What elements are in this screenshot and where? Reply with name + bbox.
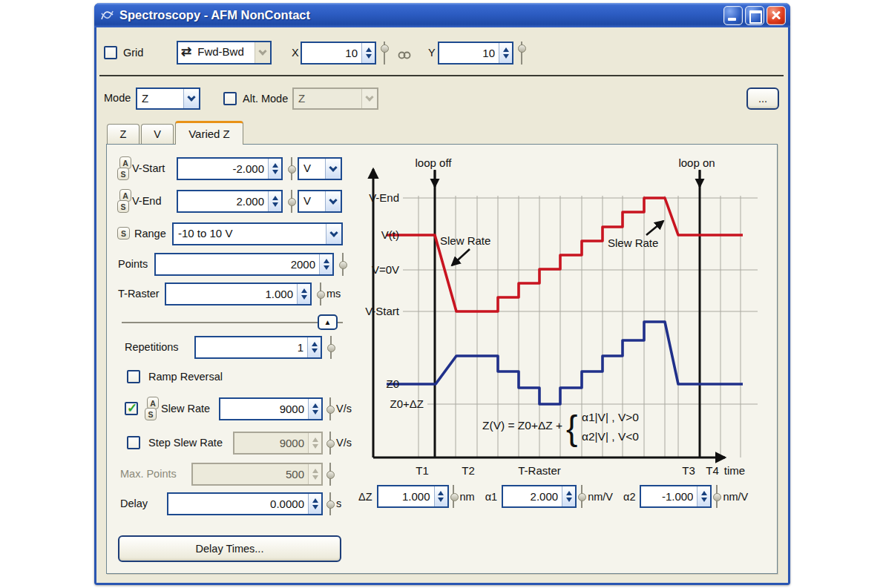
equation-brace: { xyxy=(566,409,577,447)
t-raster-input[interactable] xyxy=(166,284,297,304)
slew-rate-slider-handle[interactable] xyxy=(325,397,335,420)
title-bar[interactable]: Spectroscopy - AFM NonContact xyxy=(94,3,790,27)
v-start-unit-dropdown[interactable]: V xyxy=(298,157,342,180)
spin-arrows-icon[interactable] xyxy=(308,399,321,419)
mode-label: Mode xyxy=(104,92,131,104)
dz-slider-handle[interactable] xyxy=(449,485,459,508)
spin-arrows-icon[interactable] xyxy=(562,486,575,506)
spin-arrows-icon[interactable] xyxy=(308,494,321,514)
slew-rate-auto-set: A S xyxy=(145,397,159,422)
a1-input[interactable] xyxy=(503,486,562,506)
t3-tick-label: T3 xyxy=(682,464,695,477)
spin-arrows-icon[interactable] xyxy=(268,159,281,179)
set-button[interactable]: S xyxy=(117,168,129,180)
points-label: Points xyxy=(118,258,148,270)
ramp-reversal-label: Ramp Reversal xyxy=(148,371,223,383)
tab-v[interactable]: V xyxy=(141,124,174,144)
a1-slider-handle[interactable] xyxy=(577,485,586,508)
a2-slider-handle[interactable] xyxy=(712,485,721,508)
tab-z[interactable]: Z xyxy=(107,124,139,144)
v-end-unit-dropdown[interactable]: V xyxy=(298,190,342,213)
spin-arrows-icon[interactable] xyxy=(434,486,447,506)
a2-input[interactable] xyxy=(641,486,697,506)
spin-arrows-icon xyxy=(308,464,321,484)
more-options-button[interactable]: ... xyxy=(746,87,779,110)
t-raster-spinbox[interactable] xyxy=(165,283,312,305)
set-button[interactable]: S xyxy=(145,408,157,420)
spin-arrows-icon[interactable] xyxy=(307,337,321,357)
dz-input[interactable] xyxy=(378,486,434,506)
y-slider-handle[interactable] xyxy=(516,42,526,65)
points-spinbox[interactable] xyxy=(154,253,334,276)
set-button[interactable]: S xyxy=(117,200,129,213)
chevron-down-icon[interactable] xyxy=(326,224,341,244)
spin-arrows-icon[interactable] xyxy=(499,43,512,63)
v-end-slider-handle[interactable] xyxy=(286,190,296,213)
a2-spinbox[interactable] xyxy=(640,485,712,508)
direction-dropdown[interactable]: ⇄ Fwd-Bwd xyxy=(177,41,272,65)
x-label: X xyxy=(292,47,299,59)
step-slew-rate-label: Step Slew Rate xyxy=(148,437,223,449)
range-dropdown[interactable]: -10 to 10 V xyxy=(172,222,343,245)
v-end-input[interactable] xyxy=(178,191,268,211)
v-end-auto-set: A S xyxy=(117,189,131,214)
delay-times-button[interactable]: Delay Times... xyxy=(118,535,341,562)
slew-rate-checkbox[interactable]: ✓ xyxy=(125,402,138,415)
spin-arrows-icon[interactable] xyxy=(361,43,375,63)
step-slew-rate-checkbox[interactable] xyxy=(127,436,140,449)
y-spinbox[interactable] xyxy=(438,42,513,65)
maximize-icon[interactable] xyxy=(745,6,764,25)
mode-dropdown[interactable]: Z xyxy=(136,87,200,110)
v-start-spinbox[interactable] xyxy=(177,157,283,180)
spin-arrows-icon[interactable] xyxy=(268,191,281,211)
slew-rate-right-arrow-icon xyxy=(646,221,663,235)
x-spinbox[interactable] xyxy=(301,42,376,65)
x-slider-handle[interactable] xyxy=(379,42,389,65)
a1-spinbox[interactable] xyxy=(502,485,577,508)
delay-slider-handle[interactable] xyxy=(325,492,335,515)
fwd-bwd-arrows-icon: ⇄ xyxy=(181,44,191,63)
grid-checkbox[interactable] xyxy=(104,46,117,59)
chevron-down-icon[interactable] xyxy=(183,89,199,108)
delay-input[interactable] xyxy=(168,494,308,514)
v-start-input[interactable] xyxy=(178,159,268,179)
t4-tick-label: T4 xyxy=(706,464,719,477)
spin-arrows-icon[interactable] xyxy=(697,486,710,506)
dz-spinbox[interactable] xyxy=(377,485,449,508)
v-start-level-label: V-Start xyxy=(365,305,400,317)
spin-arrows-icon[interactable] xyxy=(297,284,310,304)
x-input[interactable] xyxy=(302,43,361,63)
chevron-down-icon[interactable] xyxy=(325,191,341,211)
v-start-slider-handle[interactable] xyxy=(286,157,296,180)
alt-mode-checkbox[interactable] xyxy=(223,92,237,105)
set-button[interactable]: S xyxy=(117,227,130,240)
repetitions-spinbox[interactable] xyxy=(194,336,322,359)
y-input[interactable] xyxy=(439,43,499,63)
slew-rate-unit: V/s xyxy=(336,403,352,414)
slew-rate-input[interactable] xyxy=(220,399,308,419)
v-end-spinbox[interactable] xyxy=(177,190,283,213)
delay-spinbox[interactable] xyxy=(167,492,323,515)
points-input[interactable] xyxy=(156,254,319,274)
tab-varied-z[interactable]: Varied Z xyxy=(175,121,243,145)
spin-arrows-icon[interactable] xyxy=(319,254,332,274)
v-curve xyxy=(387,198,743,311)
minimize-icon[interactable] xyxy=(723,6,743,25)
chevron-down-icon[interactable] xyxy=(255,42,270,63)
time-axis-label: time xyxy=(724,464,745,477)
repetitions-slider-handle[interactable] xyxy=(326,336,335,359)
points-slider-handle[interactable] xyxy=(338,253,347,276)
ramp-reversal-checkbox[interactable] xyxy=(127,370,140,383)
collapse-section-button[interactable]: ▲ xyxy=(318,314,338,330)
spectroscopy-timing-diagram: loop off loop on Slew Rate Slew Rate V-E… xyxy=(357,147,772,480)
section-slider-track[interactable] xyxy=(122,322,343,323)
slew-rate-spinbox[interactable] xyxy=(219,397,323,420)
y-label: Y xyxy=(428,47,436,59)
link-xy-icon[interactable] xyxy=(398,50,411,60)
spectroscopy-window: Spectroscopy - AFM NonContact Grid ⇄ Fwd… xyxy=(94,3,790,585)
t-raster-tick-label: T-Raster xyxy=(518,464,561,477)
close-icon[interactable] xyxy=(767,6,786,25)
repetitions-input[interactable] xyxy=(196,337,307,357)
chevron-down-icon[interactable] xyxy=(325,159,341,179)
t-raster-slider-handle[interactable] xyxy=(315,283,325,305)
